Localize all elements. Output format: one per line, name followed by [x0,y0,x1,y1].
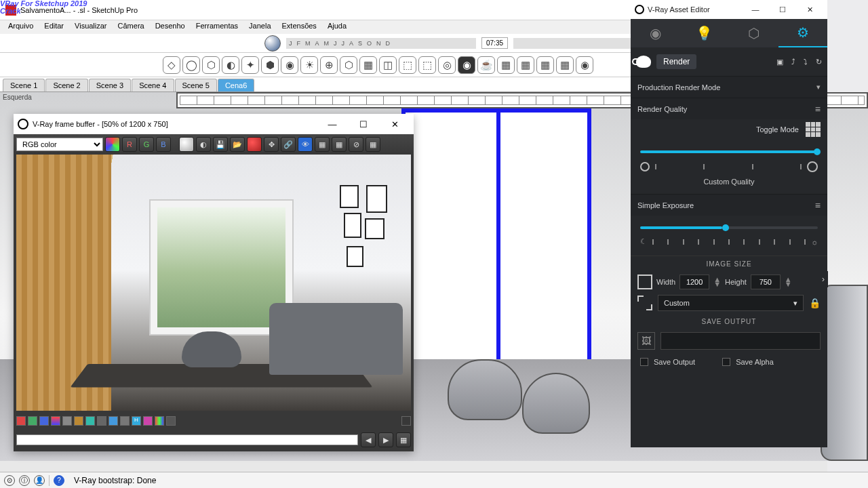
menu-janela[interactable]: Janela [243,20,276,34]
close-button[interactable]: ✕ [380,115,410,134]
stop-icon[interactable]: ⊘ [349,137,363,152]
height-input[interactable] [751,274,781,289]
scene-tab[interactable]: Scene 5 [175,79,217,92]
vfb-show-icon[interactable]: ▣ [776,58,783,66]
cc-icon[interactable] [97,416,106,426]
status-icon[interactable]: 👤 [34,475,45,486]
menu-arquivo[interactable]: Arquivo [3,20,39,34]
help-icon[interactable]: ? [54,475,64,486]
rgb-icon[interactable] [105,137,120,152]
channel-r[interactable]: R [122,137,137,152]
history-end[interactable]: ▦ [396,432,411,447]
import-icon[interactable]: ⤵ [804,58,808,66]
history-next[interactable]: ▶ [378,432,393,447]
link-icon[interactable]: 🔗 [281,137,296,152]
close-button[interactable]: ✕ [796,1,823,18]
scene-tab[interactable]: Scene 3 [89,79,131,92]
mono-icon[interactable] [179,137,194,152]
tab-materials[interactable]: ◉ [631,19,680,47]
cc-icon[interactable] [28,416,37,426]
render-canvas[interactable] [16,155,411,411]
tool-icon[interactable]: ⬚ [418,56,436,74]
history-track[interactable] [16,434,358,445]
render-quality-row[interactable]: Render Quality ≡ [631,98,827,119]
status-icon[interactable]: ⓘ [19,475,30,486]
cc-icon[interactable] [74,416,83,426]
tool-icon[interactable]: ☕ [477,56,495,74]
menu-ferramentas[interactable]: Ferramentas [191,20,243,34]
tool-icon[interactable]: ▦ [517,56,534,74]
cc-icon[interactable] [62,416,72,426]
tool-icon[interactable]: ▦ [332,137,347,152]
tool-icon[interactable]: ◉ [576,56,593,74]
tool-icon[interactable]: ▦ [556,56,574,74]
tool-icon[interactable]: ◎ [438,56,456,74]
menu-editar[interactable]: Editar [39,20,69,34]
menu-camera[interactable]: Câmera [113,20,150,34]
tool-icon[interactable]: ⬡ [340,56,357,74]
channel-b[interactable]: B [156,137,171,152]
eye-icon[interactable]: 👁 [298,137,313,152]
save-icon[interactable]: 💾 [213,137,228,152]
cc-icon[interactable] [16,416,26,426]
swap-icon[interactable]: ◐ [196,137,211,152]
minimize-button[interactable]: — [742,1,769,18]
render-mode-row[interactable]: Production Render Mode ▾ [631,76,827,98]
tool-icon[interactable]: ▦ [359,56,377,74]
image-file-icon[interactable]: 🖼 [637,332,655,350]
tool-icon[interactable]: ◉ [281,56,298,74]
menu-extensoes[interactable]: Extensões [277,20,322,34]
history-prev[interactable]: ◀ [361,432,376,447]
quality-slider[interactable] [640,150,818,153]
width-stepper[interactable]: ▲▼ [713,277,721,287]
tool-icon[interactable]: ◇ [163,56,180,74]
cc-icon[interactable]: H [132,416,141,426]
tool-icon[interactable]: ▦ [497,56,515,74]
tab-settings[interactable]: ⚙ [778,19,828,47]
region-icon[interactable]: ✥ [264,137,279,152]
tool-icon[interactable]: ⊕ [320,56,338,74]
tool-icon[interactable]: ◫ [379,56,397,74]
cc-icon[interactable] [155,416,164,426]
teapot-icon[interactable] [636,56,651,68]
maximize-button[interactable]: ☐ [349,115,378,134]
minimize-button[interactable]: — [317,115,347,134]
tool-icon[interactable]: ⬢ [261,56,279,74]
vray-render-icon[interactable]: ◉ [458,56,475,74]
tab-geometry[interactable]: ⬡ [729,19,778,47]
width-input[interactable] [679,274,709,289]
cc-icon[interactable] [39,416,49,426]
export-icon[interactable]: ⤴ [791,58,795,66]
aspect-icon[interactable] [637,274,652,289]
cc-icon[interactable] [401,416,411,426]
clear-icon[interactable] [247,137,262,152]
tool-icon[interactable]: ✦ [241,56,259,74]
tab-lights[interactable]: 💡 [680,19,730,47]
tool-icon[interactable]: ⬡ [202,56,220,74]
expand-right-icon[interactable]: › [818,271,828,287]
tool-icon[interactable]: ▦ [315,137,330,152]
height-stepper[interactable]: ▲▼ [785,277,792,287]
tool-icon[interactable]: ◐ [222,56,239,74]
scene-tab[interactable]: Scene 4 [132,79,174,92]
cc-icon[interactable] [51,416,60,426]
time-1[interactable]: 07:35 [481,37,508,49]
cc-icon[interactable] [166,416,176,426]
menu-desenho[interactable]: Desenho [150,20,191,34]
channel-g[interactable]: G [139,137,154,152]
menu-visualizar[interactable]: Visualizar [69,20,113,34]
scene-tab[interactable]: Scene 2 [45,79,87,92]
tool-icon[interactable]: ◯ [182,56,200,74]
tool-icon[interactable]: ▦ [366,137,380,152]
menu-ajuda[interactable]: Ajuda [322,20,352,34]
output-path-input[interactable] [660,332,821,350]
tool-icon[interactable]: ⬚ [399,56,416,74]
cc-icon[interactable] [85,416,95,426]
time-slider[interactable] [513,38,649,49]
cc-icon[interactable] [120,416,130,426]
vfb-titlebar[interactable]: V-Ray frame buffer - [50% of 1200 x 750]… [14,114,414,134]
grid-icon[interactable] [806,122,821,137]
shadow-toggle-icon[interactable] [264,35,281,52]
reset-icon[interactable]: ↻ [816,58,822,66]
save-output-checkbox[interactable]: Save Output [640,358,695,366]
